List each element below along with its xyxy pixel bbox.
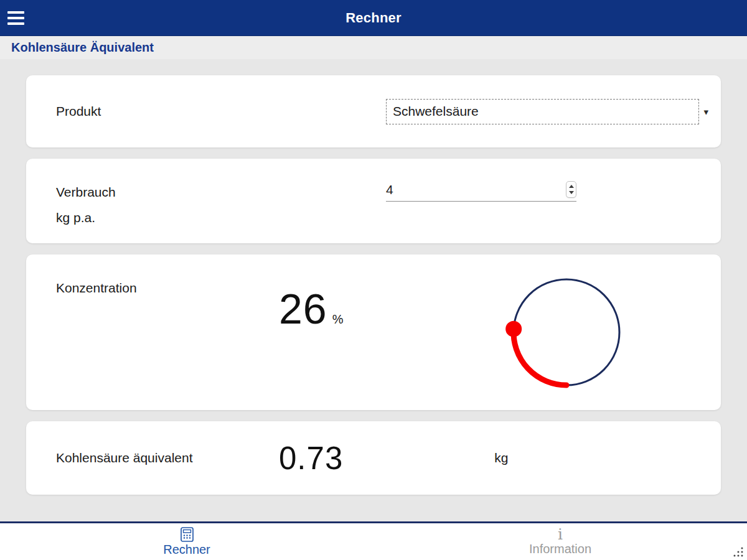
- verbrauch-labels: Verbrauch kg p.a.: [56, 159, 386, 243]
- verbrauch-input[interactable]: [386, 182, 566, 197]
- chevron-up-icon: [569, 185, 574, 188]
- number-stepper: [566, 181, 576, 198]
- menu-button[interactable]: [6, 8, 27, 28]
- dial-svg[interactable]: [498, 264, 635, 401]
- info-icon: i: [558, 528, 563, 541]
- stepper-down-button[interactable]: [568, 191, 575, 195]
- verbrauch-card: Verbrauch kg p.a.: [26, 159, 721, 243]
- top-bar: Rechner: [0, 0, 747, 36]
- produkt-label: Produkt: [56, 104, 101, 119]
- dial-handle[interactable]: [505, 321, 522, 337]
- verbrauch-input-row: [386, 181, 576, 202]
- tab-information[interactable]: i Information: [374, 523, 747, 560]
- dial-value-arc: [514, 329, 566, 385]
- calculator-icon: [181, 527, 194, 542]
- chevron-down-icon: ▾: [703, 107, 708, 116]
- tab-information-label: Information: [529, 542, 591, 556]
- verbrauch-unit-label: kg p.a.: [56, 210, 386, 225]
- konzentration-unit: %: [332, 312, 344, 327]
- tab-rechner-label: Rechner: [163, 543, 210, 557]
- verbrauch-label: Verbrauch: [56, 185, 386, 200]
- konzentration-value: 26 %: [279, 284, 343, 333]
- result-unit: kg: [494, 450, 508, 465]
- stepper-up-button[interactable]: [568, 185, 575, 189]
- verbrauch-input-area: [386, 159, 708, 243]
- konzentration-number: 26: [279, 284, 327, 333]
- hamburger-icon: [7, 11, 24, 14]
- app-title: Rechner: [0, 10, 747, 26]
- chevron-down-icon: [569, 191, 574, 194]
- page-subheader: Kohlensäure Äquivalent: [0, 36, 747, 59]
- produkt-select-value: Schwefelsäure: [386, 99, 699, 124]
- page-title: Kohlensäure Äquivalent: [11, 40, 154, 55]
- produkt-card: Produkt Schwefelsäure ▾: [26, 75, 721, 147]
- concentration-dial[interactable]: [498, 264, 635, 401]
- konzentration-card: Konzentration 26 %: [26, 254, 721, 410]
- produkt-select[interactable]: Schwefelsäure ▾: [386, 99, 708, 124]
- content-area: Produkt Schwefelsäure ▾ Verbrauch kg p.a…: [0, 59, 747, 495]
- tab-bar: Rechner i Information: [0, 523, 747, 560]
- result-card: Kohlensäure äquivalent 0.73 kg: [26, 421, 721, 495]
- resize-grip-icon[interactable]: [731, 545, 744, 558]
- konzentration-label: Konzentration: [56, 281, 249, 296]
- result-value: 0.73: [279, 440, 343, 477]
- tab-rechner[interactable]: Rechner: [0, 523, 374, 560]
- result-label: Kohlensäure äquivalent: [56, 450, 249, 465]
